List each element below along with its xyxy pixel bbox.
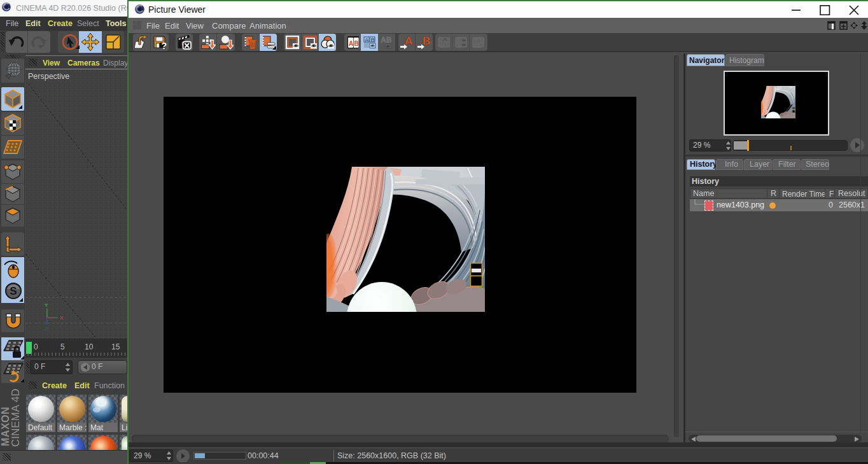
svg-text:Z: Z	[45, 326, 48, 332]
svg-text:AB: AB	[381, 36, 392, 45]
svg-text:B: B	[370, 37, 375, 43]
svg-text:A: A	[349, 40, 353, 47]
svg-text:?: ?	[162, 41, 167, 50]
svg-text:A: A	[405, 35, 412, 47]
svg-text:B: B	[423, 35, 430, 47]
svg-text:D: D	[445, 40, 449, 47]
svg-text:A: A	[440, 39, 444, 46]
svg-text:A: A	[365, 37, 369, 43]
svg-text:S: S	[10, 285, 17, 297]
svg-text:Y: Y	[45, 302, 48, 308]
svg-text:B: B	[457, 41, 461, 48]
svg-text:1:1: 1:1	[474, 43, 482, 48]
svg-text:B: B	[354, 40, 359, 47]
svg-text:X: X	[60, 315, 64, 321]
